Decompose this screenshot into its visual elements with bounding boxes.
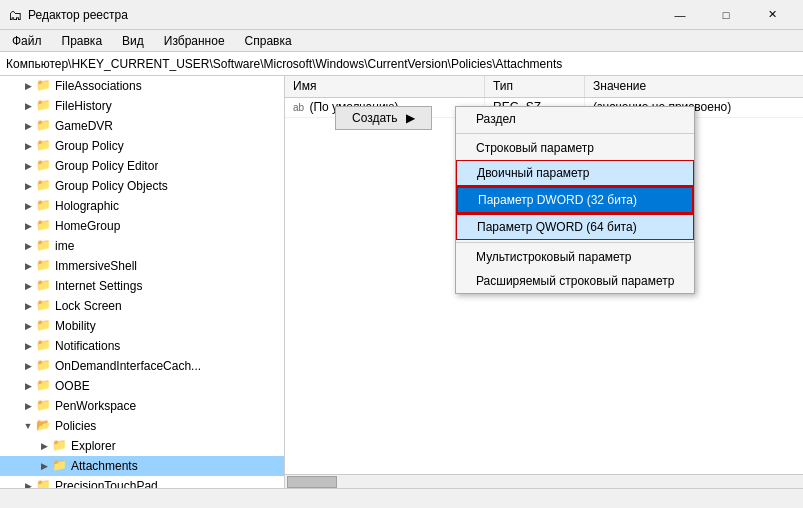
tree-arrow <box>20 198 36 214</box>
tree-arrow <box>20 318 36 334</box>
folder-icon: 📁 <box>36 98 52 114</box>
tree-label: Group Policy <box>55 139 124 153</box>
tree-label: PrecisionTouchPad <box>55 479 158 488</box>
tree-item-oobe[interactable]: 📁 OOBE <box>0 376 284 396</box>
tree-item-ime[interactable]: 📁 ime <box>0 236 284 256</box>
tree-item-grouppolicyeditor[interactable]: 📁 Group Policy Editor <box>0 156 284 176</box>
tree-label: Attachments <box>71 459 138 473</box>
window-controls: — □ ✕ <box>657 0 795 30</box>
folder-icon: 📂 <box>36 418 52 434</box>
tree-item-grouppolicyobjects[interactable]: 📁 Group Policy Objects <box>0 176 284 196</box>
tree-item-mobility[interactable]: 📁 Mobility <box>0 316 284 336</box>
folder-icon: 📁 <box>36 378 52 394</box>
tree-item-gamedvr[interactable]: 📁 GameDVR <box>0 116 284 136</box>
tree-arrow <box>36 458 52 474</box>
tree-item-precisiontouchpad[interactable]: 📁 PrecisionTouchPad <box>0 476 284 488</box>
tree-arrow <box>20 278 36 294</box>
menu-favorites[interactable]: Избранное <box>156 32 233 50</box>
tree-label: FileAssociations <box>55 79 142 93</box>
tree-item-ondemand[interactable]: 📁 OnDemandInterfaceCach... <box>0 356 284 376</box>
folder-icon: 📁 <box>36 238 52 254</box>
tree-item-penworkspace[interactable]: 📁 PenWorkspace <box>0 396 284 416</box>
folder-icon: 📁 <box>36 178 52 194</box>
folder-icon: 📁 <box>36 198 52 214</box>
tree-arrow <box>20 338 36 354</box>
tree-item-homegroup[interactable]: 📁 HomeGroup <box>0 216 284 236</box>
ctx-item-expandstring[interactable]: Расширяемый строковый параметр <box>456 269 694 293</box>
right-hscroll[interactable] <box>285 474 803 488</box>
tree-arrow <box>20 138 36 154</box>
app-icon: 🗂 <box>8 7 22 23</box>
tree-label: HomeGroup <box>55 219 120 233</box>
tree-label: GameDVR <box>55 119 113 133</box>
tree-panel: 📁 FileAssociations 📁 FileHistory 📁 GameD… <box>0 76 285 488</box>
maximize-button[interactable]: □ <box>703 0 749 30</box>
tree-arrow <box>20 398 36 414</box>
tree-item-policies[interactable]: 📂 Policies <box>0 416 284 436</box>
window-title: Редактор реестра <box>28 8 128 22</box>
tree-arrow <box>20 418 36 434</box>
tree-item-filehistory[interactable]: 📁 FileHistory <box>0 96 284 116</box>
col-header-value: Значение <box>585 76 803 97</box>
tree-item-fileassociations[interactable]: 📁 FileAssociations <box>0 76 284 96</box>
menu-view[interactable]: Вид <box>114 32 152 50</box>
col-header-name: Имя <box>285 76 485 97</box>
main-content: 📁 FileAssociations 📁 FileHistory 📁 GameD… <box>0 76 803 488</box>
ab-icon: ab <box>293 102 304 113</box>
ctx-item-binary[interactable]: Двоичный параметр <box>456 160 694 186</box>
tree-label: OOBE <box>55 379 90 393</box>
context-submenu: Раздел Строковый параметр Двоичный парам… <box>455 106 695 294</box>
col-header-type: Тип <box>485 76 585 97</box>
menu-help[interactable]: Справка <box>237 32 300 50</box>
tree-arrow <box>20 178 36 194</box>
tree-item-notifications[interactable]: 📁 Notifications <box>0 336 284 356</box>
address-bar: Компьютер\HKEY_CURRENT_USER\Software\Mic… <box>0 52 803 76</box>
ctx-item-multistring[interactable]: Мультистроковый параметр <box>456 245 694 269</box>
tree-arrow <box>20 298 36 314</box>
ctx-divider-2 <box>456 242 694 243</box>
tree-label: ImmersiveShell <box>55 259 137 273</box>
folder-icon: 📁 <box>36 218 52 234</box>
menu-edit[interactable]: Правка <box>54 32 111 50</box>
tree-item-grouppolicy[interactable]: 📁 Group Policy <box>0 136 284 156</box>
menu-file[interactable]: Файл <box>4 32 50 50</box>
tree-arrow <box>20 238 36 254</box>
folder-icon: 📁 <box>36 278 52 294</box>
tree-item-attachments[interactable]: 📁 Attachments <box>0 456 284 476</box>
tree-arrow <box>20 258 36 274</box>
folder-icon: 📁 <box>36 78 52 94</box>
folder-icon: 📁 <box>36 338 52 354</box>
minimize-button[interactable]: — <box>657 0 703 30</box>
ctx-item-dword[interactable]: Параметр DWORD (32 бита) <box>456 186 694 214</box>
context-menu-overlay: Создать ▶ Раздел Строковый параметр Двои… <box>335 106 432 130</box>
menu-bar: Файл Правка Вид Избранное Справка <box>0 30 803 52</box>
tree-item-immersiveshell[interactable]: 📁 ImmersiveShell <box>0 256 284 276</box>
title-bar: 🗂 Редактор реестра — □ ✕ <box>0 0 803 30</box>
ctx-item-qword[interactable]: Параметр QWORD (64 бита) <box>456 214 694 240</box>
tree-label: Group Policy Editor <box>55 159 158 173</box>
close-button[interactable]: ✕ <box>749 0 795 30</box>
tree-arrow <box>36 438 52 454</box>
ctx-item-string[interactable]: Строковый параметр <box>456 136 694 160</box>
folder-icon: 📁 <box>36 118 52 134</box>
create-button-label: Создать <box>352 111 398 125</box>
folder-icon: 📁 <box>36 158 52 174</box>
tree-item-lockscreen[interactable]: 📁 Lock Screen <box>0 296 284 316</box>
tree-label: PenWorkspace <box>55 399 136 413</box>
tree-arrow <box>20 118 36 134</box>
tree-label: Internet Settings <box>55 279 142 293</box>
tree-item-holographic[interactable]: 📁 Holographic <box>0 196 284 216</box>
folder-icon: 📁 <box>36 398 52 414</box>
tree-arrow <box>20 478 36 488</box>
tree-scroll[interactable]: 📁 FileAssociations 📁 FileHistory 📁 GameD… <box>0 76 284 488</box>
folder-icon: 📁 <box>36 318 52 334</box>
right-panel: Имя Тип Значение ab (По умолчанию) REG_S… <box>285 76 803 488</box>
tree-arrow <box>20 158 36 174</box>
create-button[interactable]: Создать ▶ <box>335 106 432 130</box>
tree-arrow <box>20 98 36 114</box>
folder-icon: 📁 <box>52 438 68 454</box>
create-arrow-icon: ▶ <box>406 111 415 125</box>
tree-item-internetsettings[interactable]: 📁 Internet Settings <box>0 276 284 296</box>
tree-item-explorer[interactable]: 📁 Explorer <box>0 436 284 456</box>
ctx-item-section[interactable]: Раздел <box>456 107 694 131</box>
